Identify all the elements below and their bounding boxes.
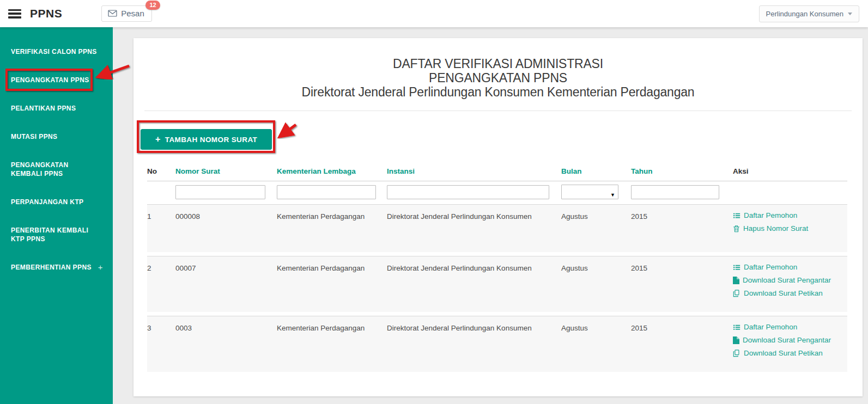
list-icon xyxy=(733,323,740,331)
cell-kementerian-lembaga: Kementerian Perdagangan xyxy=(277,316,387,372)
download-surat-pengantar-link[interactable]: Download Surat Pengantar xyxy=(733,336,847,344)
daftar-pemohon-link[interactable]: Daftar Pemohon xyxy=(733,323,847,331)
sidebar-item-pemberhentian-ppns[interactable]: PEMBERHENTIAN PPNS + xyxy=(0,253,113,281)
page-title-line-3: Direktorat Jenderal Perlindungan Konsume… xyxy=(133,85,863,99)
table-filter-row: ▼ xyxy=(147,181,847,204)
table-row: 1 000008 Kementerian Perdagangan Direkto… xyxy=(147,204,847,252)
column-header-no: No xyxy=(147,164,175,175)
cell-instansi: Direktorat Jenderal Perlindungan Konsume… xyxy=(387,316,561,372)
instansi-filter-input[interactable] xyxy=(387,185,549,199)
sidebar-item-pengangkatan-ppns[interactable]: PENGANGKATAN PPNS xyxy=(0,66,113,94)
cell-tahun: 2015 xyxy=(631,205,733,252)
sidebar-item-pengangkatan-kembali-ppns[interactable]: PENGANGKATAN KEMBALI PPNS xyxy=(0,151,113,188)
content-card: DAFTAR VERIFIKASI ADMINISTRASI PENGANGKA… xyxy=(133,38,863,396)
copy-icon-link[interactable]: Download Surat Petikan xyxy=(733,289,847,297)
cell-no: 1 xyxy=(147,205,175,252)
hapus-nomor-surat-link[interactable]: Hapus Nomor Surat xyxy=(733,224,847,232)
sidebar-item-pelantikan-ppns[interactable]: PELANTIKAN PPNS xyxy=(0,94,113,123)
kementerian-lembaga-filter-input[interactable] xyxy=(277,185,376,199)
cell-bulan: Agustus xyxy=(561,316,631,372)
pesan-button-label: Pesan xyxy=(121,9,144,18)
column-header-tahun[interactable]: Tahun xyxy=(631,164,733,175)
cell-bulan: Agustus xyxy=(561,256,631,312)
cell-nomor-surat: 00007 xyxy=(175,256,277,312)
hamburger-menu-icon[interactable] xyxy=(8,9,21,19)
plus-icon: + xyxy=(155,134,161,144)
chevron-down-icon xyxy=(848,13,852,15)
app-title: PPNS xyxy=(30,7,62,20)
account-dropdown-label: Perlindungan Konsumen xyxy=(766,10,843,18)
tambah-nomor-surat-label: TAMBAH NOMOR SURAT xyxy=(165,136,257,144)
cell-no: 3 xyxy=(147,316,175,372)
list-icon xyxy=(733,212,740,219)
daftar-pemohon-link[interactable]: Daftar Pemohon xyxy=(733,211,847,219)
envelope-icon xyxy=(108,10,117,17)
sidebar-item-perpanjangan-ktp[interactable]: PERPANJANGAN KTP xyxy=(0,188,113,216)
cell-bulan: Agustus xyxy=(561,205,631,252)
cell-tahun: 2015 xyxy=(631,256,733,312)
cell-instansi: Direktorat Jenderal Perlindungan Konsume… xyxy=(387,256,561,312)
table-row: 2 00007 Kementerian Perdagangan Direktor… xyxy=(147,256,847,312)
title-divider xyxy=(144,111,852,111)
table-header-row: No Nomor Surat Kementerian Lembaga Insta… xyxy=(147,164,847,181)
verification-table: No Nomor Surat Kementerian Lembaga Insta… xyxy=(147,164,847,372)
cell-nomor-surat: 0003 xyxy=(175,316,277,372)
download-surat-petikan-link[interactable]: Download Surat Petikan xyxy=(733,349,847,357)
tambah-nomor-surat-button[interactable]: + TAMBAH NOMOR SURAT xyxy=(141,129,272,150)
sidebar-item-verifikasi-calon-ppns[interactable]: VERIFIKASI CALON PPNS xyxy=(0,38,113,66)
cell-instansi: Direktorat Jenderal Perlindungan Konsume… xyxy=(387,205,561,252)
table-row: 3 0003 Kementerian Perdagangan Direktora… xyxy=(147,316,847,372)
column-header-nomor-surat[interactable]: Nomor Surat xyxy=(175,164,277,175)
top-header: PPNS Pesan 12 Perlindungan Konsumen xyxy=(0,0,868,27)
page-title-line-2: PENGANGKATAN PPNS xyxy=(133,71,863,85)
cell-kementerian-lembaga: Kementerian Perdagangan xyxy=(277,256,387,312)
cell-tahun: 2015 xyxy=(631,316,733,372)
list-icon xyxy=(733,264,740,271)
copy-icon xyxy=(733,350,740,357)
expand-plus-icon[interactable]: + xyxy=(98,263,103,272)
column-header-instansi[interactable]: Instansi xyxy=(387,164,561,175)
account-dropdown[interactable]: Perlindungan Konsumen xyxy=(759,5,859,22)
column-header-kementerian-lembaga[interactable]: Kementerian Lembaga xyxy=(277,164,387,175)
column-header-aksi: Aksi xyxy=(733,164,847,175)
page-title: DAFTAR VERIFIKASI ADMINISTRASI PENGANGKA… xyxy=(133,38,863,99)
sidebar-item-mutasi-ppns[interactable]: MUTASI PPNS xyxy=(0,123,113,151)
bulan-filter-select[interactable] xyxy=(561,185,618,199)
column-header-bulan[interactable]: Bulan xyxy=(561,164,631,175)
pesan-button[interactable]: Pesan xyxy=(101,5,152,22)
cell-no: 2 xyxy=(147,256,175,312)
daftar-pemohon-link[interactable]: Daftar Pemohon xyxy=(733,263,847,271)
cell-nomor-surat: 000008 xyxy=(175,205,277,252)
message-count-badge: 12 xyxy=(145,1,160,10)
tahun-filter-input[interactable] xyxy=(631,185,719,199)
copy-icon xyxy=(733,290,740,297)
trash-icon xyxy=(733,225,740,232)
file-icon xyxy=(733,277,739,284)
nomor-surat-filter-input[interactable] xyxy=(175,185,265,199)
sidebar-item-penerbitan-kembali-ktp-ppns[interactable]: PENERBITAN KEMBALI KTP PPNS xyxy=(0,216,113,253)
file-icon xyxy=(733,336,739,344)
page-title-line-1: DAFTAR VERIFIKASI ADMINISTRASI xyxy=(133,57,863,71)
sidebar-nav: VERIFIKASI CALON PPNS PENGANGKATAN PPNS … xyxy=(0,27,113,404)
download-surat-pengantar-link[interactable]: Download Surat Pengantar xyxy=(733,276,847,284)
cell-kementerian-lembaga: Kementerian Perdagangan xyxy=(277,205,387,252)
